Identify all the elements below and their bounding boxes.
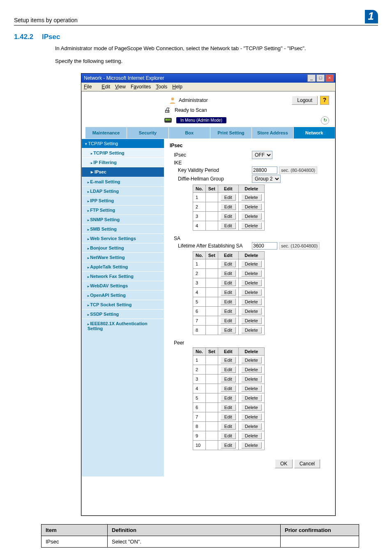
content-title: IPsec [170, 143, 329, 148]
delete-button[interactable]: Delete [241, 432, 262, 439]
sidebar-smb[interactable]: SMB Setting [82, 224, 164, 234]
tab-box[interactable]: Box [168, 127, 210, 139]
menu-view[interactable]: View [115, 84, 126, 90]
edit-button[interactable]: Edit [221, 357, 236, 363]
sidebar-ftp[interactable]: FTP Setting [82, 205, 164, 215]
delete-button[interactable]: Delete [241, 376, 262, 382]
sidebar-openapi[interactable]: OpenAPI Setting [82, 290, 164, 300]
tab-security[interactable]: Security [127, 127, 168, 139]
peer-label: Peer [174, 340, 252, 346]
sidebar-bonjour[interactable]: Bonjour Setting [82, 243, 164, 252]
sidebar-netfax[interactable]: Network Fax Setting [82, 271, 164, 281]
sidebar-snmp[interactable]: SNMP Setting [82, 215, 164, 224]
edit-button[interactable]: Edit [221, 423, 236, 430]
dh-label: Diffie-Hellman Group [178, 176, 252, 182]
edit-button[interactable]: Edit [221, 395, 236, 401]
delete-button[interactable]: Delete [241, 213, 262, 220]
help-button[interactable]: ? [320, 96, 329, 105]
sidebar-tcpip[interactable]: TCP/IP Setting [82, 148, 164, 157]
edit-button[interactable]: Edit [221, 289, 236, 296]
edit-button[interactable]: Edit [221, 298, 236, 305]
edit-button[interactable]: Edit [221, 376, 236, 382]
sidebar-ipsec[interactable]: ▸ IPsec [82, 167, 164, 177]
edit-button[interactable]: Edit [221, 261, 236, 267]
delete-button[interactable]: Delete [241, 261, 262, 267]
edit-button[interactable]: Edit [221, 308, 236, 314]
edit-button[interactable]: Edit [221, 317, 236, 324]
sidebar-email[interactable]: E-mail Setting [82, 177, 164, 186]
sidebar-ipp[interactable]: IPP Setting [82, 196, 164, 205]
delete-button[interactable]: Delete [241, 194, 262, 201]
delete-button[interactable]: Delete [241, 222, 262, 229]
edit-button[interactable]: Edit [221, 366, 236, 373]
sidebar-ldap[interactable]: LDAP Setting [82, 186, 164, 196]
sidebar-appletalk[interactable]: AppleTalk Setting [82, 262, 164, 271]
edit-button[interactable]: Edit [221, 213, 236, 220]
edit-button[interactable]: Edit [221, 327, 236, 333]
edit-button[interactable]: Edit [221, 222, 236, 229]
ike-label: IKE [174, 160, 252, 166]
sidebar-netware[interactable]: NetWare Setting [82, 252, 164, 262]
menu-favorites[interactable]: Favorites [131, 84, 151, 90]
sidebar-webdav[interactable]: WebDAV Settings [82, 281, 164, 290]
th-def: Definition [108, 524, 281, 536]
delete-button[interactable]: Delete [241, 280, 262, 286]
delete-button[interactable]: Delete [241, 414, 262, 420]
content-pane: IPsec IPsec OFF IKE Key Validity Period … [164, 139, 335, 476]
edit-button[interactable]: Edit [221, 194, 236, 201]
ipsec-select[interactable]: OFF [252, 151, 272, 159]
delete-button[interactable]: Delete [241, 395, 262, 401]
dh-select[interactable]: Group 2 [252, 175, 281, 183]
menu-edit[interactable]: Edit [101, 84, 110, 90]
close-button[interactable]: × [325, 74, 334, 82]
edit-button[interactable]: Edit [221, 442, 236, 449]
delete-button[interactable]: Delete [241, 289, 262, 296]
kvp-input[interactable] [252, 166, 277, 174]
edit-button[interactable]: Edit [221, 270, 236, 277]
logout-button[interactable]: Logout [292, 96, 318, 105]
edit-button[interactable]: Edit [221, 280, 236, 286]
edit-button[interactable]: Edit [221, 414, 236, 420]
tab-store[interactable]: Store Address [251, 127, 293, 139]
delete-button[interactable]: Delete [241, 204, 262, 210]
ie-menubar[interactable]: File Edit View Favorites Tools Help [81, 83, 335, 91]
ok-button[interactable]: OK [275, 459, 293, 468]
sidebar-ipfilter[interactable]: IP Filtering [82, 157, 164, 167]
delete-button[interactable]: Delete [241, 423, 262, 430]
tab-maintenance[interactable]: Maintenance [85, 127, 127, 139]
table-row: 4EditDelete [193, 384, 265, 393]
edit-button[interactable]: Edit [221, 204, 236, 210]
menu-tools[interactable]: Tools [156, 84, 167, 90]
delete-button[interactable]: Delete [241, 385, 262, 392]
tab-network[interactable]: Network [293, 127, 335, 139]
sidebar-tcpsock[interactable]: TCP Socket Setting [82, 300, 164, 309]
maximize-button[interactable]: □ [316, 74, 325, 82]
delete-button[interactable]: Delete [241, 317, 262, 324]
delete-button[interactable]: Delete [241, 327, 262, 333]
sidebar-websvc[interactable]: Web Service Settings [82, 234, 164, 243]
cancel-button[interactable]: Cancel [294, 459, 320, 468]
sa-table: No.SetEditDelete 1EditDelete2EditDelete3… [193, 251, 265, 335]
edit-button[interactable]: Edit [221, 385, 236, 392]
delete-button[interactable]: Delete [241, 298, 262, 305]
delete-button[interactable]: Delete [241, 270, 262, 277]
minimize-button[interactable]: _ [307, 74, 316, 82]
sidebar-ssdp[interactable]: SSDP Setting [82, 309, 164, 319]
edit-button[interactable]: Edit [221, 404, 236, 411]
menu-file[interactable]: File [84, 84, 97, 90]
edit-button[interactable]: Edit [221, 432, 236, 439]
tab-print[interactable]: Print Setting [210, 127, 251, 139]
delete-button[interactable]: Delete [241, 357, 262, 363]
delete-button[interactable]: Delete [241, 404, 262, 411]
delete-button[interactable]: Delete [241, 442, 262, 449]
sidebar-ieee[interactable]: IEEE802.1X Authentication Setting [82, 319, 164, 333]
delete-button[interactable]: Delete [241, 366, 262, 373]
table-row: 2EditDelete [193, 365, 265, 374]
refresh-icon[interactable]: ↻ [321, 116, 329, 125]
menu-help[interactable]: Help [172, 84, 182, 90]
sa-life-input[interactable] [252, 242, 277, 250]
sidebar-tcpip-grp[interactable]: TCP/IP Setting [82, 139, 164, 148]
running-head: Setup items by operation [14, 17, 78, 23]
delete-button[interactable]: Delete [241, 308, 262, 314]
td-item: IPsec [42, 536, 108, 547]
